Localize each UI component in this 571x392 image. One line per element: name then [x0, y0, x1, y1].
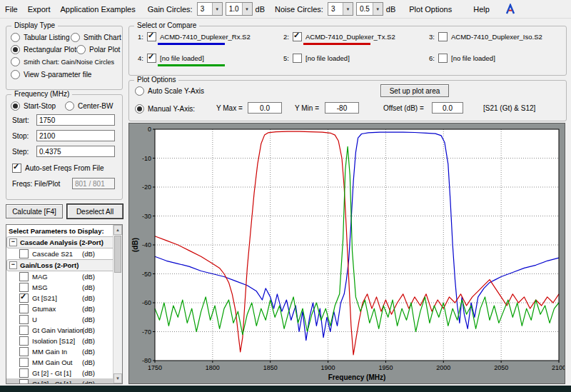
offset-input[interactable]: [432, 102, 463, 114]
param-unit: (dB): [82, 305, 95, 313]
deselect-all-button[interactable]: Deselect All: [67, 204, 123, 218]
start-stop-label: Start-Stop: [24, 102, 56, 110]
compare-checkbox-1[interactable]: [147, 32, 156, 41]
menu-plot-options[interactable]: Plot Options: [404, 3, 457, 16]
param-row-gtumax[interactable]: Gtumax (dB): [6, 303, 122, 314]
start-input[interactable]: [36, 114, 115, 126]
y-tick-label: -10: [142, 155, 151, 162]
param-label: MM Gain Out: [32, 358, 73, 366]
param-row-mm-gain-out[interactable]: MM Gain Out (dB): [6, 357, 122, 368]
noise-circles-count-select[interactable]: 3 ▼: [328, 2, 353, 16]
radio-manual-y[interactable]: [135, 104, 144, 114]
radio-start-stop[interactable]: [11, 101, 20, 111]
param-group-label: Cascade Analysis (2-Port): [20, 238, 103, 246]
gain-circles-count-select[interactable]: 3 ▼: [197, 2, 223, 16]
param-row-gt-gain-variation[interactable]: Gt Gain Variation (dB): [6, 325, 122, 336]
ymin-input[interactable]: [325, 102, 359, 114]
scroll-down-icon[interactable]: ▼: [113, 373, 122, 383]
param-row-isolation-s12[interactable]: Isolation [S12] (dB): [6, 336, 122, 346]
x-tick-label: 1950: [378, 364, 393, 371]
param-row-msg[interactable]: MSG (dB): [6, 282, 122, 293]
ymax-input[interactable]: [248, 102, 282, 114]
param-checkbox[interactable]: [19, 249, 29, 258]
param-checkbox[interactable]: [19, 336, 29, 346]
compare-checkbox-2[interactable]: [293, 32, 302, 41]
x-tick-label: 2100: [552, 364, 565, 371]
radio-polar-plot[interactable]: [76, 45, 86, 54]
param-unit: (dB): [82, 358, 95, 366]
param-checkbox[interactable]: [19, 315, 29, 324]
param-checkbox[interactable]: [19, 304, 29, 313]
y-tick-label: -40: [142, 241, 151, 248]
tree-collapse-icon[interactable]: −: [9, 238, 17, 246]
param-checkbox[interactable]: [19, 368, 29, 378]
compare-checkbox-6[interactable]: [438, 54, 448, 63]
smith-gain-noise-label: Smith Chart: Gain/Noise Circles: [24, 59, 114, 66]
scroll-up-icon[interactable]: ▲: [113, 225, 122, 235]
param-label: Gt [3] - Gt [1]: [32, 380, 71, 384]
radio-tabular-listing[interactable]: [11, 33, 20, 42]
noise-circles-step-select[interactable]: 0.5 ▼: [356, 2, 383, 16]
menu-application-examples[interactable]: Application Examples: [56, 3, 141, 16]
smith-chart-label: Smith Chart: [84, 34, 121, 41]
gain-circles-step-select[interactable]: 1.0 ▼: [226, 2, 253, 16]
step-input[interactable]: [36, 146, 115, 157]
compare-filename-1: ACMD-7410_Duplexer_Rx.S2: [160, 33, 251, 41]
radio-center-bw[interactable]: [65, 101, 74, 111]
param-label: MM Gain In: [32, 348, 67, 356]
plot-mode-label: [S21 (Gt) & S12]: [483, 104, 535, 112]
param-row-mm-gain-in[interactable]: MM Gain In (dB): [6, 346, 122, 357]
x-tick-label: 2000: [436, 364, 450, 371]
noise-circles-count-value: 3: [328, 5, 343, 13]
param-label: Gt [2] - Gt [1]: [32, 369, 71, 377]
param-checkbox[interactable]: [19, 283, 29, 292]
param-row-mag[interactable]: MAG (dB): [6, 271, 122, 282]
radio-smith-chart[interactable]: [71, 33, 80, 42]
compare-checkbox-4[interactable]: [147, 54, 156, 63]
app-logo-icon: [505, 4, 516, 15]
menu-file[interactable]: File: [0, 3, 23, 16]
compare-filename-4: [no file loaded]: [160, 54, 204, 62]
param-checkbox[interactable]: [19, 358, 29, 367]
trace-color-bar-4: [158, 64, 225, 66]
radio-smith-gain-noise[interactable]: [11, 57, 20, 66]
param-group-cascade[interactable]: − Cascade Analysis (2-Port): [6, 236, 122, 248]
param-row-gt2-gt1[interactable]: Gt [2] - Gt [1] (dB): [6, 368, 122, 378]
y-tick-label: -50: [142, 271, 151, 278]
autoset-freqs-checkbox[interactable]: [12, 164, 21, 173]
param-unit: (dB): [82, 337, 95, 345]
compare-checkbox-3[interactable]: [438, 32, 448, 41]
param-row-u[interactable]: U (dB): [6, 314, 122, 325]
calculate-button[interactable]: Calculate [F4]: [6, 204, 63, 218]
radio-auto-scale-y[interactable]: [135, 86, 144, 96]
menu-export[interactable]: Export: [23, 3, 56, 16]
param-group-gainloss[interactable]: − Gain/Loss (2-Port): [6, 259, 122, 271]
noise-circles-unit: dB: [383, 3, 398, 16]
y-tick-label: 0: [148, 126, 151, 133]
tree-collapse-icon[interactable]: −: [9, 261, 17, 269]
radio-view-sparam-file[interactable]: [11, 70, 20, 79]
param-row-cascade-s21[interactable]: Cascade S21 (dB): [6, 248, 122, 259]
stop-input[interactable]: [36, 130, 115, 141]
compare-checkbox-5[interactable]: [293, 54, 302, 63]
select-or-compare-title: Select or Compare: [134, 21, 199, 29]
param-checkbox[interactable]: [19, 379, 29, 384]
radio-rectangular-plot[interactable]: [11, 45, 20, 54]
param-row-gt3-gt1[interactable]: Gt [3] - Gt [1] (dB): [6, 378, 122, 384]
ymin-label: Y Min =: [295, 104, 319, 112]
param-checkbox[interactable]: [19, 272, 29, 281]
param-label: Isolation [S12]: [32, 337, 75, 345]
param-checkbox[interactable]: [19, 326, 29, 335]
setup-plot-area-button[interactable]: Set up plot area: [380, 84, 449, 97]
menu-help[interactable]: Help: [468, 3, 495, 16]
param-unit: (dB): [82, 380, 95, 384]
param-checkbox[interactable]: [19, 347, 29, 356]
chevron-down-icon: ▼: [373, 3, 383, 15]
scroll-thumb[interactable]: [114, 236, 121, 273]
rectangular-plot: 175018001850190019502000205021000-10-20-…: [129, 124, 565, 383]
compare-slot-number: 4:: [135, 54, 143, 62]
params-scrollbar[interactable]: ▲ ▼: [113, 225, 122, 383]
param-checkbox[interactable]: [19, 293, 29, 303]
param-row-gt-s21[interactable]: Gt [S21] (dB): [6, 293, 122, 303]
start-label: Start:: [12, 116, 29, 124]
